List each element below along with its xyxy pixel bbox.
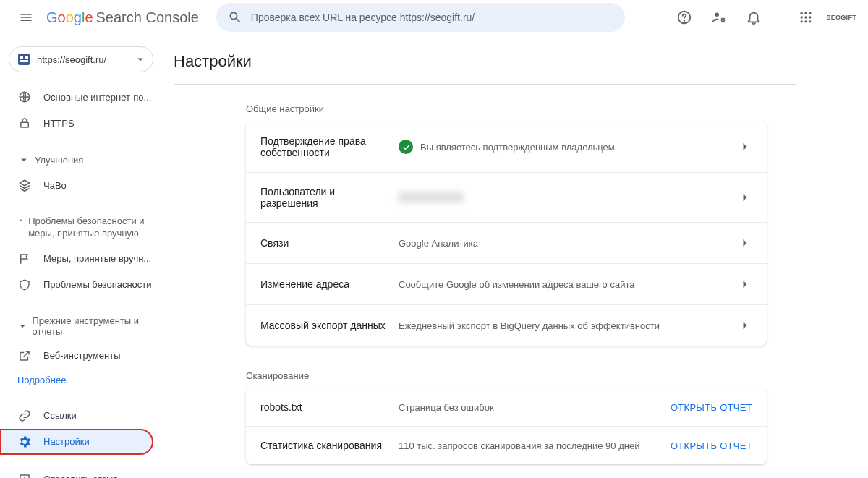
help-button[interactable] [670,3,699,32]
notifications-button[interactable] [739,3,768,32]
help-icon [676,9,692,25]
verified-check-icon [399,140,413,154]
open-external-icon [17,349,32,363]
chevron-right-icon [738,318,752,333]
row-bulk-export[interactable]: Массовый экспорт данных Ежедневный экспо… [246,304,767,346]
url-inspect-search[interactable]: Проверка всех URL на ресурсе https://seo… [216,3,625,32]
svg-point-10 [801,20,803,22]
open-report-link[interactable]: ОТКРЫТЬ ОТЧЕТ [671,440,752,451]
brand-tag: SEOGIFT [826,14,856,21]
chevron-down-icon [17,153,30,166]
apps-button[interactable] [791,3,820,32]
row-value: Вы являетесь подтвержденным владельцем [420,142,615,153]
row-value: Ежедневный экспорт в BigQuery данных об … [399,320,660,331]
row-robots: robots.txt Страница без ошибок ОТКРЫТЬ О… [246,388,767,426]
hamburger-icon [19,10,33,25]
row-label: Связи [260,237,387,249]
main-content: Настройки Общие настройки Подтверждение … [162,35,868,478]
svg-point-9 [809,16,812,18]
sidebar: https://seogift.ru/ Основные интернет-по… [0,35,162,478]
row-value: Сообщите Google об изменении адреса ваше… [399,279,634,290]
open-report-link[interactable]: ОТКРЫТЬ ОТЧЕТ [671,402,752,413]
svg-point-8 [805,16,807,18]
row-value: 110 тыс. запросов сканирования за послед… [399,440,639,451]
sidebar-group-security[interactable]: Проблемы безопасности и меры, принятые в… [0,210,162,246]
sidebar-group-legacy[interactable]: Прежние инструменты и отчеты [0,310,162,343]
link-icon [17,409,32,423]
property-selector[interactable]: https://seogift.ru/ [9,46,153,72]
chevron-down-icon [17,321,28,332]
sidebar-item-https[interactable]: HTTPS [0,110,153,136]
product-logo[interactable]: Google Search Console [46,9,199,26]
crawling-card: robots.txt Страница без ошибок ОТКРЫТЬ О… [246,388,767,464]
layers-icon [17,178,32,192]
chevron-right-icon [738,190,752,205]
product-name: Search Console [96,9,199,26]
row-users-permissions[interactable]: Пользователи и разрешения [246,172,767,222]
person-gear-icon [711,9,727,25]
property-url: https://seogift.ru/ [37,54,127,65]
blurred-value [399,192,464,203]
sidebar-item-core-web[interactable]: Основные интернет-по... [0,84,153,110]
row-label: Изменение адреса [260,278,387,290]
row-label: robots.txt [260,401,387,413]
chevron-right-icon [738,140,752,154]
row-value: Страница без ошибок [399,402,494,413]
row-ownership[interactable]: Подтверждение права собственности Вы явл… [246,121,767,172]
row-change-address[interactable]: Изменение адреса Сообщите Google об изме… [246,263,767,304]
gear-icon [17,435,32,449]
google-logo: Google [46,9,93,26]
chevron-right-icon [738,236,752,250]
svg-rect-18 [21,122,29,127]
row-value: Google Аналитика [399,238,478,249]
sidebar-item-faq[interactable]: ЧаВо [0,172,153,198]
account-settings-button[interactable] [705,3,733,32]
sidebar-group-enhancements[interactable]: Улучшения [0,148,162,172]
row-associations[interactable]: Связи Google Аналитика [246,222,767,263]
header-actions: SEOGIFT [670,3,856,32]
property-favicon [18,54,30,65]
row-label: Подтверждение права собственности [260,135,387,158]
globe-icon [17,90,32,104]
svg-point-11 [805,20,807,22]
section-crawling-title: Сканирование [246,366,767,388]
sidebar-item-manual-actions[interactable]: Меры, принятые вручн... [0,246,153,272]
svg-rect-13 [18,54,30,65]
svg-point-4 [801,12,803,14]
svg-rect-14 [20,56,23,59]
chevron-down-icon [17,217,24,223]
row-label: Статистика сканирования [260,440,387,451]
sidebar-more-link[interactable]: Подробнее [0,369,162,391]
row-label: Массовый экспорт данных [260,320,387,331]
general-settings-card: Подтверждение права собственности Вы явл… [246,121,767,346]
svg-point-1 [684,20,685,21]
row-label: Пользователи и разрешения [260,186,387,209]
sidebar-item-settings[interactable]: Настройки [0,429,153,455]
app-header: Google Search Console Проверка всех URL … [0,0,868,35]
svg-point-5 [805,12,807,14]
hamburger-menu-button[interactable] [12,3,41,32]
dropdown-arrow-icon [134,53,147,66]
svg-point-2 [715,13,720,17]
sidebar-item-feedback[interactable]: Отправить отзыв [0,466,153,478]
svg-point-7 [801,16,803,18]
section-general-title: Общие настройки [246,99,767,121]
svg-point-12 [809,20,812,22]
page-title: Настройки [174,46,796,84]
divider [174,84,796,85]
svg-rect-16 [20,60,28,62]
bell-icon [746,9,762,25]
search-icon [228,10,242,25]
row-crawl-stats: Статистика сканирования 110 тыс. запросо… [246,426,767,464]
lock-icon [17,116,32,130]
shield-icon [17,278,32,292]
sidebar-item-links[interactable]: Ссылки [0,403,153,429]
search-placeholder: Проверка всех URL на ресурсе https://seo… [251,12,475,23]
sidebar-item-web-tools[interactable]: Веб-инструменты [0,343,153,369]
chevron-right-icon [738,277,752,291]
flag-icon [17,252,32,266]
sidebar-item-security-issues[interactable]: Проблемы безопасности [0,272,153,298]
svg-point-3 [722,19,725,22]
svg-rect-15 [25,56,28,59]
feedback-icon [17,472,32,478]
